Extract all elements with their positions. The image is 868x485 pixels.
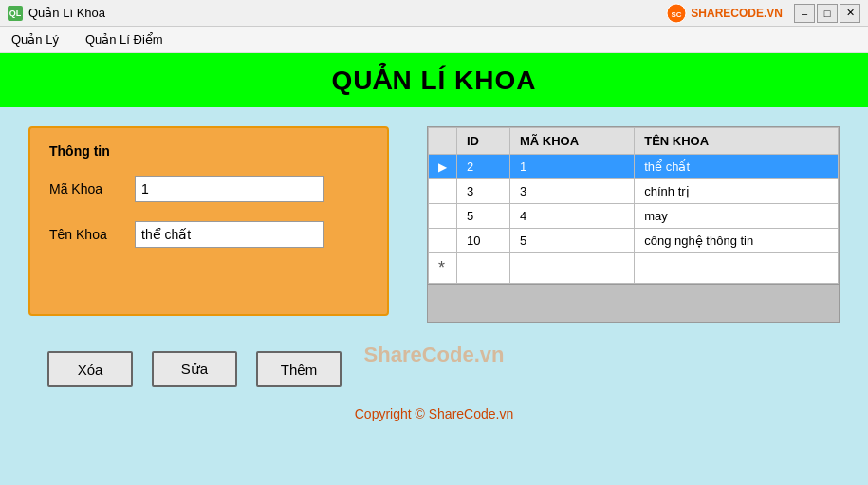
row-indicator xyxy=(429,229,457,253)
cell-ten: thể chất xyxy=(635,155,839,179)
table-row[interactable]: 54may xyxy=(429,204,839,229)
cell-id: 5 xyxy=(457,204,510,229)
info-panel: Thông tin Mã Khoa Tên Khoa xyxy=(28,126,389,316)
ma-khoa-input[interactable] xyxy=(135,176,324,202)
maximize-button[interactable]: □ xyxy=(817,4,838,23)
copyright-text: Copyright © ShareCode.vn xyxy=(355,406,514,421)
menu-bar: Quản Lý Quản Lí Điểm xyxy=(0,27,868,53)
menu-quan-ly[interactable]: Quản Lý xyxy=(8,30,63,48)
app-icon: QL xyxy=(8,6,23,21)
table-row[interactable]: 105công nghệ thông tin xyxy=(429,229,839,253)
new-row: * xyxy=(429,253,839,284)
page-header: QUẢN LÍ KHOA xyxy=(0,53,868,107)
page-footer: Copyright © ShareCode.vn xyxy=(0,397,868,431)
col-id: ID xyxy=(457,128,510,155)
col-ma-khoa: MÃ KHOA xyxy=(510,128,635,155)
cell-ten: công nghệ thông tin xyxy=(635,229,839,253)
ma-khoa-label: Mã Khoa xyxy=(49,181,125,196)
main-content: Thông tin Mã Khoa Tên Khoa ID MÃ KH xyxy=(0,107,868,342)
table-footer xyxy=(428,284,839,322)
cell-ma: 5 xyxy=(510,229,635,253)
table-header-row: ID MÃ KHOA TÊN KHOA xyxy=(429,128,839,155)
xoa-button[interactable]: Xóa xyxy=(47,351,133,387)
row-indicator xyxy=(429,179,457,204)
buttons-row: Xóa Sửa Thêm xyxy=(0,342,868,397)
ma-khoa-row: Mã Khoa xyxy=(49,176,368,202)
title-bar-right: SC SHARECODE.VN – □ ✕ xyxy=(666,3,860,24)
cell-id: 3 xyxy=(457,179,510,204)
sharecode-logo: SC SHARECODE.VN xyxy=(666,3,783,24)
sharecode-text: SHARECODE.VN xyxy=(691,7,783,20)
close-button[interactable]: ✕ xyxy=(840,4,860,23)
cell-ten: may xyxy=(635,204,839,229)
window-controls: – □ ✕ xyxy=(794,4,860,23)
menu-quan-li-diem[interactable]: Quản Lí Điểm xyxy=(82,30,167,48)
sharecode-logo-icon: SC xyxy=(666,3,687,24)
minimize-button[interactable]: – xyxy=(794,4,815,23)
title-bar-left: QL Quản Lí Khoa xyxy=(8,6,105,21)
ten-khoa-input[interactable] xyxy=(135,221,324,248)
page-title: QUẢN LÍ KHOA xyxy=(331,65,536,95)
sua-button[interactable]: Sửa xyxy=(152,351,237,387)
col-ten-khoa: TÊN KHOA xyxy=(635,128,839,155)
cell-id: 2 xyxy=(457,155,510,179)
row-indicator: ▶ xyxy=(429,155,457,179)
data-table: ID MÃ KHOA TÊN KHOA ▶21thể chất33chính t… xyxy=(428,127,839,284)
ten-khoa-row: Tên Khoa xyxy=(49,221,368,248)
data-table-container: ID MÃ KHOA TÊN KHOA ▶21thể chất33chính t… xyxy=(427,126,840,323)
cell-ma: 1 xyxy=(510,155,635,179)
cell-ma: 3 xyxy=(510,179,635,204)
cell-id: 10 xyxy=(457,229,510,253)
them-button[interactable]: Thêm xyxy=(256,351,342,387)
table-row[interactable]: 33chính trị xyxy=(429,179,839,204)
col-indicator xyxy=(429,128,457,155)
cell-ten: chính trị xyxy=(635,179,839,204)
window-title: Quản Lí Khoa xyxy=(28,6,105,20)
info-panel-title: Thông tin xyxy=(49,143,368,159)
ten-khoa-label: Tên Khoa xyxy=(49,227,125,242)
table-row[interactable]: ▶21thể chất xyxy=(429,155,839,179)
cell-ma: 4 xyxy=(510,204,635,229)
title-bar: QL Quản Lí Khoa SC SHARECODE.VN – □ ✕ xyxy=(0,0,868,27)
svg-text:SC: SC xyxy=(672,10,682,19)
row-indicator xyxy=(429,204,457,229)
